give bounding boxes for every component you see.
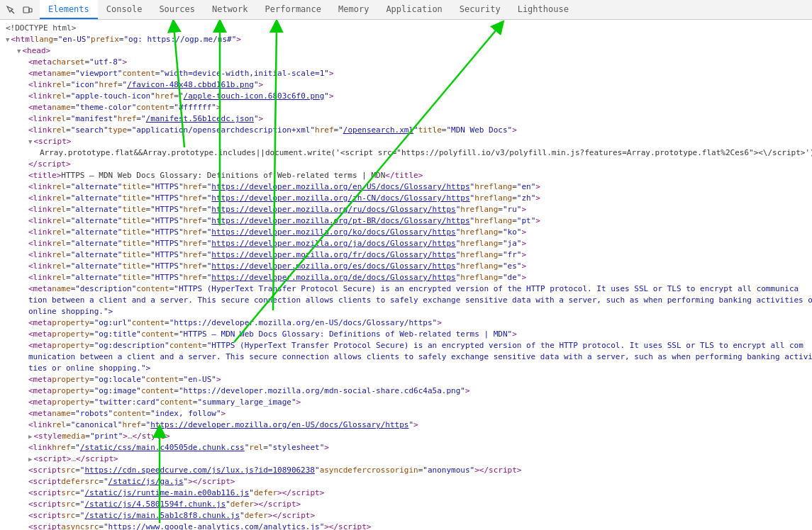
line-alt-zh: <link rel="alternate" title="HTTPS" href… — [0, 193, 812, 204]
tab-lighthouse[interactable]: Lighthouse — [509, 0, 577, 19]
line-head: ▼<head> — [0, 45, 812, 57]
line-alt-ko: <link rel="alternate" title="HTTPS" href… — [0, 227, 812, 238]
line-alt-en: <link rel="alternate" title="HTTPS" href… — [0, 181, 812, 193]
line-charset: <meta charset="utf-8"> — [0, 57, 812, 68]
tab-memory[interactable]: Memory — [330, 0, 377, 19]
line-viewport: <meta name="viewport" content="width=dev… — [0, 68, 812, 79]
line-manifest: <link rel="manifest" href="/manifest.56b… — [0, 113, 812, 125]
line-og-url: <meta property="og:url" content="https:/… — [0, 317, 812, 329]
line-og-desc-2: munication between a client and a server… — [0, 351, 812, 363]
tab-network[interactable]: Network — [204, 0, 257, 19]
line-alt-pt: <link rel="alternate" title="HTTPS" href… — [0, 215, 812, 227]
line-alt-de: <link rel="alternate" title="HTTPS" href… — [0, 272, 812, 283]
line-og-image: <meta property="og:image" content="https… — [0, 385, 812, 397]
line-style-print: ▶<style media="print">…</style> — [0, 431, 812, 442]
line-robots: <meta name="robots" content="index, foll… — [0, 408, 812, 419]
line-script-main: <script src="/static/js/main.5ab1c8f8.ch… — [0, 510, 812, 521]
tab-console[interactable]: Console — [98, 0, 151, 19]
svg-rect-2 — [29, 9, 32, 12]
tab-application[interactable]: Application — [377, 0, 450, 19]
tab-security[interactable]: Security — [451, 0, 509, 19]
line-doctype: <!DOCTYPE html> — [0, 23, 812, 34]
line-html: ▼<html lang="en-US" prefix="og: https://… — [0, 34, 812, 45]
line-alt-ja: <link rel="alternate" title="HTTPS" href… — [0, 238, 812, 249]
line-twitter-card: <meta property="twitter:card" content="s… — [0, 397, 812, 408]
line-meta-description-3: online shopping."> — [0, 306, 812, 317]
svg-rect-1 — [23, 7, 29, 13]
tab-performance[interactable]: Performance — [257, 0, 330, 19]
tab-elements[interactable]: Elements — [40, 0, 98, 19]
line-canonical: <link rel="canonical" href="https://deve… — [0, 419, 812, 431]
line-script-content: Array.prototype.flat&&Array.prototype.in… — [0, 147, 812, 159]
svg-line-0 — [11, 10, 15, 13]
line-alt-fr: <link rel="alternate" title="HTTPS" href… — [0, 249, 812, 261]
line-apple-touch: <link rel="apple-touch-icon" href="/appl… — [0, 91, 812, 102]
line-meta-description: <meta name="description" content="HTTPS … — [0, 283, 812, 295]
line-alt-es: <link rel="alternate" title="HTTPS" href… — [0, 261, 812, 272]
line-favicon: <link rel="icon" href="/favicon-48x48.cb… — [0, 79, 812, 91]
devtools-toolbar: Elements Console Sources Network Perform… — [0, 0, 812, 20]
line-script-speedcurve: <script src="https://cdn.speedcurve.com/… — [0, 465, 812, 476]
line-script-close: </script> — [0, 159, 812, 170]
tab-list: Elements Console Sources Network Perform… — [40, 0, 577, 19]
line-title: <title>HTTPS – MDN Web Docs Glossary: De… — [0, 170, 812, 181]
device-icon[interactable] — [20, 2, 35, 18]
toolbar-icons — [3, 2, 35, 18]
line-script-analytics: <script async src="https://www.google-an… — [0, 521, 812, 530]
line-og-desc: <meta property="og:description" content=… — [0, 340, 812, 351]
line-og-title: <meta property="og:title" content="HTTPS… — [0, 329, 812, 340]
line-script-open: ▼<script> — [0, 136, 812, 147]
line-script-collapsed: ▶<script>…</script> — [0, 453, 812, 465]
tab-sources[interactable]: Sources — [150, 0, 204, 19]
line-alt-ru: <link rel="alternate" title="HTTPS" href… — [0, 204, 812, 215]
inspect-icon[interactable] — [3, 2, 18, 18]
line-og-locale: <meta property="og:locale" content="en-U… — [0, 374, 812, 385]
line-theme-color: <meta name="theme-color" content="#fffff… — [0, 102, 812, 113]
line-search: <link rel="search" type="application/ope… — [0, 125, 812, 136]
line-og-desc-3: ties or online shopping."> — [0, 363, 812, 374]
line-link-css: <link href="/static/css/main.c40505de.ch… — [0, 442, 812, 453]
line-script-chunk1: <script src="/static/js/4.5801594f.chunk… — [0, 499, 812, 510]
line-script-runtime: <script src="/static/js/runtime-main.e00… — [0, 487, 812, 499]
html-content: <!DOCTYPE html> ▼<html lang="en-US" pref… — [0, 20, 812, 530]
line-meta-description-2: tion between a client and a server. This… — [0, 295, 812, 306]
line-script-ga: <script defer src="/static/js/ga.js"></s… — [0, 476, 812, 487]
